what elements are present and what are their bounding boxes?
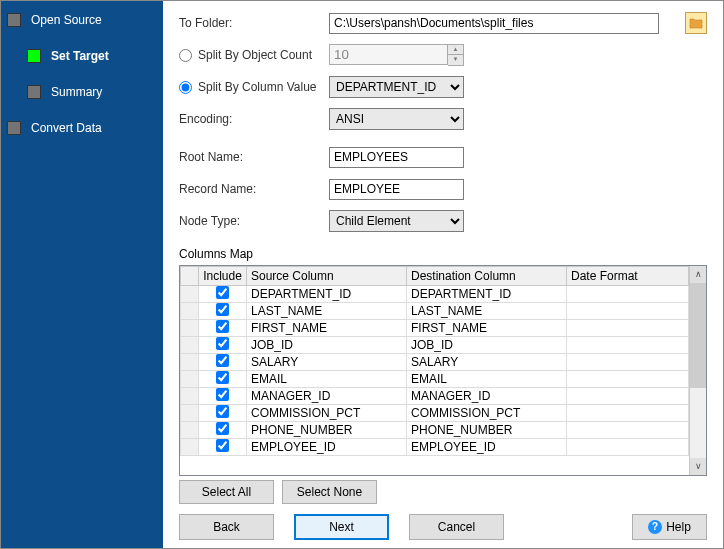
root-name-label: Root Name:	[179, 150, 329, 164]
source-column-cell[interactable]: COMMISSION_PCT	[247, 405, 407, 422]
dest-column-cell[interactable]: JOB_ID	[407, 337, 567, 354]
col-header-date[interactable]: Date Format	[567, 267, 689, 286]
include-checkbox[interactable]	[216, 354, 229, 367]
dest-column-cell[interactable]: COMMISSION_PCT	[407, 405, 567, 422]
split-by-count-radio-input[interactable]	[179, 49, 192, 62]
to-folder-input[interactable]	[329, 13, 659, 34]
row-header	[181, 337, 199, 354]
table-row[interactable]: DEPARTMENT_IDDEPARTMENT_ID	[181, 286, 689, 303]
date-format-cell[interactable]	[567, 303, 689, 320]
node-type-label: Node Type:	[179, 214, 329, 228]
browse-folder-button[interactable]	[685, 12, 707, 34]
source-column-cell[interactable]: DEPARTMENT_ID	[247, 286, 407, 303]
row-header	[181, 303, 199, 320]
col-header-include[interactable]: Include	[199, 267, 247, 286]
encoding-select[interactable]: ANSI	[329, 108, 464, 130]
dest-column-cell[interactable]: EMAIL	[407, 371, 567, 388]
root-name-input[interactable]	[329, 147, 464, 168]
table-row[interactable]: PHONE_NUMBERPHONE_NUMBER	[181, 422, 689, 439]
include-checkbox[interactable]	[216, 320, 229, 333]
include-checkbox[interactable]	[216, 303, 229, 316]
source-column-cell[interactable]: SALARY	[247, 354, 407, 371]
split-by-column-label: Split By Column Value	[198, 80, 317, 94]
encoding-label: Encoding:	[179, 112, 329, 126]
col-header-dest[interactable]: Destination Column	[407, 267, 567, 286]
help-label: Help	[666, 520, 691, 534]
dest-column-cell[interactable]: PHONE_NUMBER	[407, 422, 567, 439]
include-checkbox[interactable]	[216, 405, 229, 418]
row-header	[181, 388, 199, 405]
dest-column-cell[interactable]: EMPLOYEE_ID	[407, 439, 567, 456]
nav-summary[interactable]: Summary	[25, 81, 159, 103]
table-row[interactable]: JOB_IDJOB_ID	[181, 337, 689, 354]
include-checkbox[interactable]	[216, 388, 229, 401]
nav-convert-data[interactable]: Convert Data	[5, 117, 159, 139]
dest-column-cell[interactable]: DEPARTMENT_ID	[407, 286, 567, 303]
nav-label: Summary	[51, 85, 102, 99]
date-format-cell[interactable]	[567, 320, 689, 337]
split-column-select[interactable]: DEPARTMENT_ID	[329, 76, 464, 98]
source-column-cell[interactable]: FIRST_NAME	[247, 320, 407, 337]
row-header	[181, 405, 199, 422]
dest-column-cell[interactable]: SALARY	[407, 354, 567, 371]
spinner-down-icon[interactable]: ▼	[448, 55, 463, 65]
dest-column-cell[interactable]: MANAGER_ID	[407, 388, 567, 405]
split-count-input	[329, 44, 448, 65]
source-column-cell[interactable]: EMAIL	[247, 371, 407, 388]
include-checkbox[interactable]	[216, 371, 229, 384]
nav-set-target[interactable]: Set Target	[25, 45, 159, 67]
include-checkbox[interactable]	[216, 286, 229, 299]
scroll-up-icon[interactable]: ∧	[690, 266, 706, 283]
date-format-cell[interactable]	[567, 286, 689, 303]
back-button[interactable]: Back	[179, 514, 274, 540]
table-row[interactable]: COMMISSION_PCTCOMMISSION_PCT	[181, 405, 689, 422]
split-by-count-label: Split By Object Count	[198, 48, 312, 62]
row-header	[181, 422, 199, 439]
col-header-source[interactable]: Source Column	[247, 267, 407, 286]
dest-column-cell[interactable]: FIRST_NAME	[407, 320, 567, 337]
help-button[interactable]: ? Help	[632, 514, 707, 540]
include-checkbox[interactable]	[216, 422, 229, 435]
row-header	[181, 439, 199, 456]
split-by-column-radio[interactable]: Split By Column Value	[179, 80, 329, 94]
record-name-label: Record Name:	[179, 182, 329, 196]
table-row[interactable]: LAST_NAMELAST_NAME	[181, 303, 689, 320]
node-type-select[interactable]: Child Element	[329, 210, 464, 232]
source-column-cell[interactable]: LAST_NAME	[247, 303, 407, 320]
table-row[interactable]: EMAILEMAIL	[181, 371, 689, 388]
scroll-thumb[interactable]	[690, 283, 706, 388]
table-row[interactable]: FIRST_NAMEFIRST_NAME	[181, 320, 689, 337]
dest-column-cell[interactable]: LAST_NAME	[407, 303, 567, 320]
grid-scrollbar[interactable]: ∧ ∨	[689, 266, 706, 475]
step-marker-icon	[27, 85, 41, 99]
spinner-up-icon[interactable]: ▲	[448, 45, 463, 55]
date-format-cell[interactable]	[567, 439, 689, 456]
source-column-cell[interactable]: PHONE_NUMBER	[247, 422, 407, 439]
step-marker-icon	[7, 13, 21, 27]
cancel-button[interactable]: Cancel	[409, 514, 504, 540]
select-none-button[interactable]: Select None	[282, 480, 377, 504]
split-by-count-radio[interactable]: Split By Object Count	[179, 48, 329, 62]
help-icon: ?	[648, 520, 662, 534]
grid-corner	[181, 267, 199, 286]
next-button[interactable]: Next	[294, 514, 389, 540]
date-format-cell[interactable]	[567, 405, 689, 422]
source-column-cell[interactable]: MANAGER_ID	[247, 388, 407, 405]
record-name-input[interactable]	[329, 179, 464, 200]
split-by-column-radio-input[interactable]	[179, 81, 192, 94]
table-row[interactable]: SALARYSALARY	[181, 354, 689, 371]
source-column-cell[interactable]: JOB_ID	[247, 337, 407, 354]
source-column-cell[interactable]: EMPLOYEE_ID	[247, 439, 407, 456]
date-format-cell[interactable]	[567, 371, 689, 388]
select-all-button[interactable]: Select All	[179, 480, 274, 504]
date-format-cell[interactable]	[567, 337, 689, 354]
include-checkbox[interactable]	[216, 337, 229, 350]
table-row[interactable]: EMPLOYEE_IDEMPLOYEE_ID	[181, 439, 689, 456]
scroll-down-icon[interactable]: ∨	[690, 458, 706, 475]
include-checkbox[interactable]	[216, 439, 229, 452]
nav-open-source[interactable]: Open Source	[5, 9, 159, 31]
date-format-cell[interactable]	[567, 354, 689, 371]
table-row[interactable]: MANAGER_IDMANAGER_ID	[181, 388, 689, 405]
date-format-cell[interactable]	[567, 388, 689, 405]
date-format-cell[interactable]	[567, 422, 689, 439]
